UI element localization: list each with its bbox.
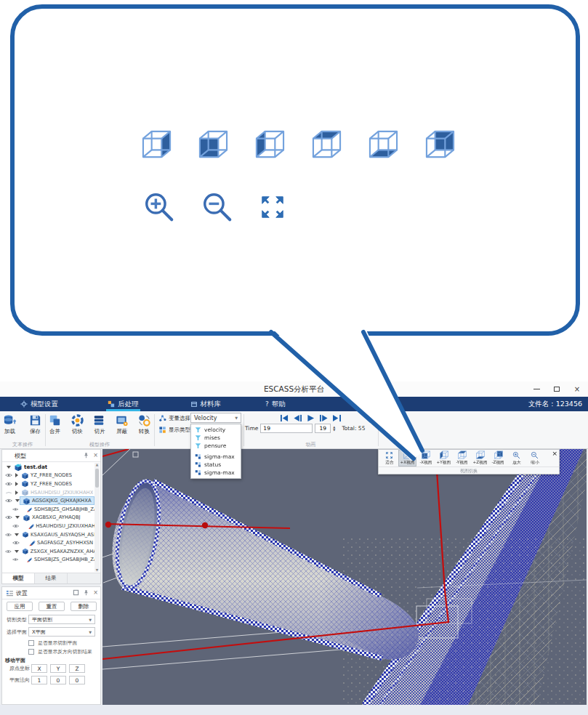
menu-material-library[interactable]: 材料库 bbox=[185, 397, 227, 411]
view-minus-y-button[interactable]: -Y视图 bbox=[453, 450, 471, 466]
dropdown-item-pensure[interactable]: pensure bbox=[191, 442, 241, 450]
normal-y-input[interactable] bbox=[50, 676, 66, 684]
view-minus-z-button[interactable]: -Z视图 bbox=[489, 450, 507, 466]
dropdown-item-sigma-max[interactable]: sigma-max bbox=[191, 453, 241, 461]
tree-row[interactable]: XAGBSXG_AYHAQBJ bbox=[2, 514, 94, 522]
dropdown-item-mises[interactable]: mises bbox=[191, 434, 241, 442]
eye-icon[interactable] bbox=[12, 557, 19, 562]
eye-icon[interactable] bbox=[5, 472, 12, 478]
eye-icon[interactable] bbox=[5, 514, 12, 520]
pin-icon[interactable] bbox=[83, 589, 89, 596]
zoom-out-button[interactable]: 缩小 bbox=[525, 450, 544, 466]
expand-arrow-icon[interactable] bbox=[15, 473, 18, 477]
tab-model[interactable]: 模型 bbox=[2, 573, 35, 583]
normal-z-input[interactable] bbox=[69, 676, 85, 684]
tree-scrollbar[interactable]: ▲ ▼ bbox=[94, 463, 100, 572]
float-panel-icon[interactable] bbox=[73, 589, 79, 596]
view-plus-x-button[interactable]: +X视图 bbox=[398, 450, 416, 466]
maximize-button[interactable] bbox=[552, 384, 562, 394]
eye-off-icon[interactable] bbox=[5, 490, 12, 496]
menu-help[interactable]: ? 帮助 bbox=[259, 397, 291, 411]
origin-x-input[interactable] bbox=[31, 664, 47, 673]
collapse-arrow-icon[interactable] bbox=[15, 516, 20, 519]
show-reverse-cut-checkbox[interactable] bbox=[28, 649, 34, 655]
slice-button[interactable]: 切片 bbox=[90, 413, 110, 435]
scroll-down-icon[interactable]: ▼ bbox=[94, 568, 100, 572]
collapse-arrow-icon[interactable] bbox=[15, 533, 19, 536]
view-plus-z-button[interactable]: +Z视图 bbox=[471, 450, 489, 466]
close-button[interactable]: × bbox=[572, 384, 582, 394]
show-cut-plane-checkbox[interactable] bbox=[28, 640, 34, 646]
view-cube-bottom-face-icon bbox=[475, 451, 486, 459]
close-panel-icon[interactable]: × bbox=[93, 452, 98, 459]
dropdown-item-status[interactable]: status bbox=[191, 461, 241, 469]
root-model-icon bbox=[14, 463, 23, 472]
convert-button[interactable]: 转换 bbox=[134, 413, 154, 435]
collapse-arrow-icon[interactable] bbox=[15, 499, 20, 502]
fit-view-button[interactable]: 适合 bbox=[380, 450, 398, 466]
tree-row-hidden[interactable]: HSAUHDISU_JZKIUKHAHX bbox=[2, 488, 94, 497]
eye-icon[interactable] bbox=[5, 498, 12, 504]
menu-model-settings[interactable]: 模型设置 bbox=[15, 397, 64, 411]
tree-row[interactable]: YZ_FREE_NODES bbox=[2, 472, 94, 480]
eye-icon[interactable] bbox=[12, 506, 19, 512]
tree-row-child[interactable]: SAGFASGZ_ASYHHXSN bbox=[2, 538, 94, 547]
tree-row-child[interactable]: SDHSBJZS_GHSABJHB_ZAHU bbox=[2, 505, 94, 514]
tree-root-row[interactable]: test.dat bbox=[2, 463, 94, 472]
view-plus-y-button[interactable]: +Y视图 bbox=[435, 450, 453, 466]
help-icon: ? bbox=[265, 400, 269, 408]
frame-stepper-input[interactable] bbox=[315, 424, 331, 433]
variable-dropdown-select[interactable]: Velocity ▼ bbox=[190, 413, 241, 423]
expand-arrow-icon[interactable] bbox=[15, 490, 18, 495]
close-panel-icon[interactable]: × bbox=[93, 589, 98, 596]
pin-icon[interactable] bbox=[83, 452, 89, 459]
scroll-up-icon[interactable]: ▲ bbox=[94, 463, 100, 466]
expand-arrow-icon[interactable] bbox=[15, 482, 18, 486]
viewport-3d[interactable]: 适合 +X视图 -X视图 +Y视图 -Y视图 +Z视图 -Z视图 放大 缩小 ×… bbox=[102, 449, 587, 705]
variable-select-button[interactable]: 变量选择 bbox=[158, 414, 190, 422]
zoom-in-button[interactable]: 放大 bbox=[507, 450, 525, 466]
close-toolbar-button[interactable]: × bbox=[552, 450, 557, 457]
tree-row[interactable]: KSAXGAUS_AISYAQSH_ASHX bbox=[2, 530, 94, 539]
eye-icon[interactable] bbox=[5, 481, 12, 487]
time-input[interactable] bbox=[260, 424, 313, 433]
tree-row[interactable]: ZSXGX_HSAKAZNZXK_AHASX bbox=[2, 547, 94, 556]
eye-icon[interactable] bbox=[12, 523, 19, 529]
select-plane-select[interactable]: X平面▼ bbox=[28, 627, 95, 637]
tree-row-selected[interactable]: AGSGKJKG_GJHXAJKHXA bbox=[2, 496, 94, 505]
apply-button[interactable]: 应用 bbox=[7, 602, 33, 611]
tab-results[interactable]: 结果 bbox=[35, 573, 68, 583]
dropdown-item-velocity[interactable]: velocity bbox=[191, 426, 241, 434]
cut-block-button[interactable]: 切块 bbox=[68, 413, 87, 435]
view-minus-x-button[interactable]: -X视图 bbox=[416, 450, 435, 466]
tree-row-child[interactable]: SDHSBJZS_GHSABJHB_ZAHU bbox=[2, 556, 94, 565]
merge-button[interactable]: 合并 bbox=[45, 413, 65, 435]
menu-post-processing[interactable]: 后处理 bbox=[102, 397, 145, 411]
origin-z-input[interactable] bbox=[69, 664, 85, 673]
step-forward-button[interactable] bbox=[319, 414, 329, 422]
tree-row-child[interactable]: HSAUHDISU_JZKIUXHAHX bbox=[2, 522, 94, 530]
minimize-button[interactable] bbox=[531, 384, 541, 394]
cut-type-select[interactable]: 平面切割▼ bbox=[28, 615, 95, 624]
collapse-arrow-icon[interactable] bbox=[7, 466, 11, 469]
save-button[interactable]: 保存 bbox=[25, 413, 45, 435]
origin-y-input[interactable] bbox=[50, 664, 66, 673]
eye-icon[interactable] bbox=[5, 532, 12, 538]
play-button[interactable] bbox=[306, 414, 315, 422]
collapse-arrow-icon[interactable] bbox=[15, 550, 19, 553]
eye-icon[interactable] bbox=[5, 549, 12, 554]
frame-stepper-arrows[interactable]: ▲▼ bbox=[333, 426, 335, 432]
mask-icon bbox=[115, 413, 129, 427]
eye-icon[interactable] bbox=[12, 540, 20, 546]
mask-button[interactable]: 屏蔽 bbox=[112, 413, 132, 435]
step-back-button[interactable] bbox=[293, 414, 302, 422]
display-type-button[interactable]: 显示类型 bbox=[158, 426, 190, 434]
tree-row[interactable]: YZ_FREE_NODES bbox=[2, 480, 94, 488]
dropdown-item-sigma-max-2[interactable]: sigma-max bbox=[191, 469, 241, 477]
load-button[interactable]: 加载 bbox=[0, 413, 20, 435]
delete-button[interactable]: 删除 bbox=[71, 602, 97, 611]
skip-end-button[interactable] bbox=[332, 414, 342, 422]
skip-start-button[interactable] bbox=[280, 414, 289, 422]
normal-x-input[interactable] bbox=[31, 676, 47, 684]
reset-button[interactable]: 重置 bbox=[39, 602, 65, 611]
